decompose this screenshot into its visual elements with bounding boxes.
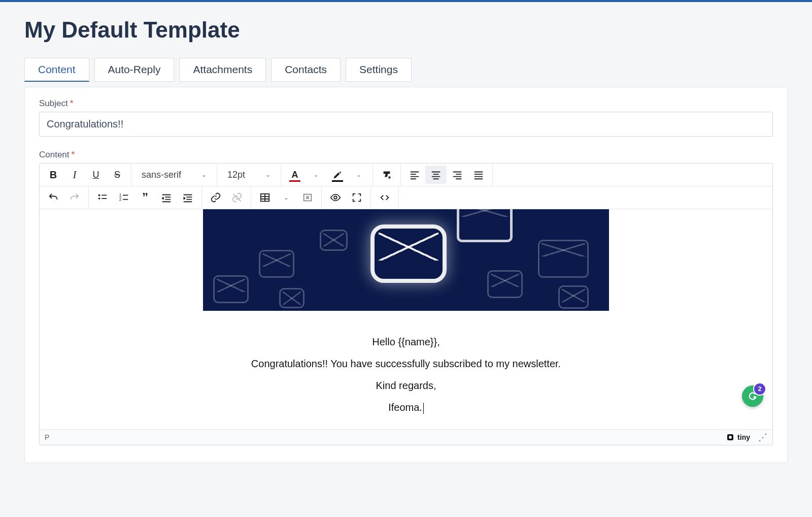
outdent-icon — [161, 192, 172, 203]
text-color-button[interactable]: A — [284, 166, 306, 184]
envelope-icon — [370, 224, 447, 283]
chevron-down-icon: ⌄ — [265, 171, 270, 178]
body-greeting: Hello {{name}}, — [40, 336, 772, 348]
align-right-icon — [452, 169, 463, 180]
eye-icon — [330, 192, 341, 203]
bullet-list-icon — [97, 192, 108, 203]
svg-point-0 — [98, 195, 100, 197]
resize-grip-icon[interactable]: ⋰ — [758, 432, 767, 443]
rich-text-editor: B I U S sans-serif⌄ 12pt⌄ — [39, 163, 773, 445]
insert-link-button[interactable] — [205, 188, 226, 207]
undo-icon — [48, 192, 59, 203]
font-size-select[interactable]: 12pt⌄ — [220, 166, 278, 184]
text-cursor — [423, 403, 424, 414]
preview-button[interactable] — [325, 188, 346, 207]
source-code-button[interactable] — [374, 188, 395, 207]
numbered-list-button[interactable]: 12 — [113, 188, 134, 207]
redo-button[interactable] — [64, 188, 85, 207]
text-color-dropdown[interactable]: ⌄ — [306, 166, 327, 184]
remove-link-button[interactable] — [226, 188, 248, 207]
code-icon — [379, 192, 390, 203]
link-icon — [210, 192, 221, 203]
content-panel: Subject* Content* B I U S sans-serif⌄ — [24, 87, 788, 463]
blockquote-button[interactable]: ” — [134, 188, 156, 207]
tab-settings[interactable]: Settings — [346, 58, 412, 82]
bullet-list-button[interactable] — [92, 188, 113, 207]
outdent-button[interactable] — [156, 188, 177, 207]
tab-contacts[interactable]: Contacts — [271, 58, 341, 82]
align-justify-button[interactable] — [468, 166, 489, 184]
page-title: My Default Template — [24, 17, 788, 43]
svg-text:2: 2 — [119, 197, 122, 202]
body-signature: Ifeoma. — [40, 402, 772, 414]
tab-attachments[interactable]: Attachments — [179, 58, 266, 82]
element-path[interactable]: P — [45, 433, 49, 441]
font-family-select[interactable]: sans-serif⌄ — [134, 166, 214, 184]
highlight-color-dropdown[interactable]: ⌄ — [348, 166, 369, 184]
grammarly-icon — [747, 391, 758, 402]
underline-button[interactable]: U — [85, 166, 107, 184]
tiny-logo-icon — [726, 433, 734, 441]
tab-auto-reply[interactable]: Auto-Reply — [94, 58, 175, 82]
align-left-icon — [409, 169, 420, 180]
delete-table-button[interactable] — [297, 188, 318, 207]
chevron-down-icon: ⌄ — [201, 171, 207, 178]
align-center-button[interactable] — [425, 166, 447, 184]
subject-label: Subject* — [39, 99, 773, 109]
editor-content-area[interactable]: Hello {{name}}, Congratulations!! You ha… — [40, 209, 772, 429]
indent-button[interactable] — [177, 188, 198, 207]
insert-table-button[interactable] — [254, 188, 276, 207]
fullscreen-button[interactable] — [346, 188, 367, 207]
undo-button[interactable] — [43, 188, 64, 207]
numbered-list-icon: 12 — [118, 192, 129, 203]
table-icon — [259, 192, 270, 203]
highlight-color-button[interactable] — [327, 166, 348, 184]
body-signoff: Kind regards, — [40, 380, 772, 392]
indent-icon — [182, 192, 193, 203]
svg-point-6 — [334, 196, 337, 199]
table-dropdown[interactable]: ⌄ — [276, 188, 297, 207]
clear-format-icon — [381, 169, 392, 180]
tabs: Content Auto-Reply Attachments Contacts … — [24, 58, 788, 82]
align-justify-icon — [473, 169, 484, 180]
strikethrough-button[interactable]: S — [107, 166, 128, 184]
content-label: Content* — [39, 150, 773, 160]
bold-button[interactable]: B — [43, 166, 64, 184]
align-center-icon — [430, 169, 442, 180]
redo-icon — [69, 192, 80, 203]
italic-button[interactable]: I — [64, 166, 85, 184]
body-line-2: Congratulations!! You have successfully … — [40, 358, 772, 370]
hero-image — [203, 209, 609, 311]
unlink-icon — [231, 192, 243, 203]
tab-content[interactable]: Content — [24, 58, 89, 82]
subject-input[interactable] — [39, 112, 773, 137]
align-left-button[interactable] — [404, 166, 425, 184]
email-body[interactable]: Hello {{name}}, Congratulations!! You ha… — [40, 311, 772, 429]
clear-formatting-button[interactable] — [376, 166, 397, 184]
editor-statusbar: P tiny ⋰ — [40, 429, 772, 445]
delete-table-icon — [302, 192, 313, 203]
svg-point-1 — [98, 198, 100, 200]
highlighter-icon — [332, 169, 343, 180]
grammarly-widget[interactable] — [742, 385, 763, 407]
fullscreen-icon — [351, 192, 362, 203]
align-right-button[interactable] — [447, 166, 468, 184]
tiny-brand[interactable]: tiny ⋰ — [726, 432, 767, 443]
